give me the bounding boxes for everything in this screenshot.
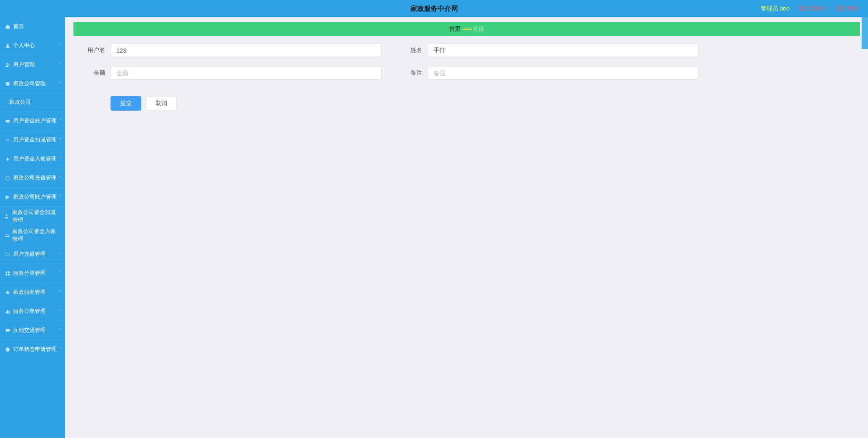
sidebar-item-user-fund-add[interactable]: 用户资金入账管理 ˅ xyxy=(0,150,65,169)
status-icon xyxy=(5,346,11,353)
svg-point-8 xyxy=(6,176,10,180)
breadcrumb-home[interactable]: 首页 xyxy=(449,25,461,33)
sidebar-item-label: 家政公司账户管理 xyxy=(13,193,57,201)
svg-rect-17 xyxy=(6,311,7,314)
admin-label: 管理员 abo xyxy=(761,5,790,13)
sidebar-item-label: 用户管理 xyxy=(13,61,35,68)
svg-rect-19 xyxy=(9,311,10,313)
name-input[interactable] xyxy=(428,44,699,57)
sidebar-item-company-fund-deduct[interactable]: 家政公司资金扣减管理 xyxy=(0,207,65,226)
sidebar-item-user-manage[interactable]: 用户管理 ˅ xyxy=(0,55,65,74)
breadcrumb: 首页 ╼╼╼ 充值 xyxy=(73,22,860,36)
home-icon xyxy=(5,24,11,30)
breadcrumb-sep-icon: ╼╼╼ xyxy=(463,26,471,33)
sidebar-item-label: 家政服务管理 xyxy=(13,288,46,296)
sidebar-item-label: 用户资金扣减管理 xyxy=(13,136,57,144)
sidebar-item-label: 家政公司充值管理 xyxy=(13,174,57,182)
svg-point-9 xyxy=(6,214,8,216)
remark-label: 备注 xyxy=(400,69,422,77)
users-icon xyxy=(5,62,11,68)
plus-icon xyxy=(5,156,11,162)
sidebar-item-label: 互动交流管理 xyxy=(13,326,46,334)
svg-rect-4 xyxy=(6,120,10,122)
sidebar-sub-company: 家政公司 xyxy=(0,93,65,112)
chevron-down-icon: ˅ xyxy=(59,309,62,314)
chevron-up-icon: ˄ xyxy=(59,81,62,86)
form-row-username: 用户名 xyxy=(82,44,381,57)
svg-rect-18 xyxy=(7,310,8,314)
form-actions: 提交 取消 xyxy=(82,96,851,111)
sidebar-sub-label: 家政公司 xyxy=(9,98,31,106)
to-front-link[interactable]: 退出到前台 xyxy=(798,5,827,13)
sidebar-item-user-recharge[interactable]: 用户充值管理 ˅ xyxy=(0,245,65,264)
chevron-down-icon: ˅ xyxy=(59,347,62,352)
sidebar-item-profile[interactable]: 个人中心 ˅ xyxy=(0,36,65,55)
sidebar-sub-item-company[interactable]: 家政公司 xyxy=(0,93,65,112)
username-label: 用户名 xyxy=(82,46,105,54)
userminus-icon xyxy=(5,213,10,219)
sidebar-item-service-category[interactable]: 服务分类管理 ˅ xyxy=(0,264,65,283)
sidebar-item-company-recharge[interactable]: 家政公司充值管理 ˅ xyxy=(0,169,65,188)
chevron-down-icon: ˅ xyxy=(59,328,62,333)
sidebar-item-label: 首页 xyxy=(13,23,24,30)
chevron-down-icon: ˅ xyxy=(59,252,62,257)
sidebar-item-label: 服务分类管理 xyxy=(13,269,46,277)
form-row-remark: 备注 xyxy=(400,66,699,80)
svg-point-2 xyxy=(8,63,10,65)
main-content: 首页 ╼╼╼ 充值 用户名 姓名 金额 备注 提交 取消 xyxy=(65,17,868,438)
svg-rect-7 xyxy=(6,159,10,160)
name-label: 姓名 xyxy=(400,46,422,54)
username-input[interactable] xyxy=(111,44,381,57)
sidebar-item-user-fund-account[interactable]: 用户资金账户管理 ˅ xyxy=(0,112,65,131)
svg-point-1 xyxy=(6,63,8,64)
svg-rect-13 xyxy=(6,271,8,273)
svg-rect-12 xyxy=(6,253,10,256)
app-title: 家政服务中介网 xyxy=(410,5,458,13)
wallet-icon xyxy=(5,118,11,124)
grid-icon xyxy=(5,270,11,277)
sidebar-item-label: 家政公司资金入账管理 xyxy=(12,228,61,243)
svg-rect-15 xyxy=(6,273,8,275)
company-icon xyxy=(5,81,11,87)
service-icon xyxy=(5,289,11,296)
sidebar-item-home[interactable]: 首页 xyxy=(0,17,65,36)
form-row-amount: 金额 xyxy=(82,66,381,80)
svg-point-21 xyxy=(6,347,10,351)
chevron-down-icon: ˅ xyxy=(59,175,62,180)
sidebar-item-company-account[interactable]: 家政公司账户管理 ˅ xyxy=(0,188,65,207)
svg-rect-11 xyxy=(5,236,10,237)
chevron-down-icon: ˅ xyxy=(59,118,62,123)
svg-point-0 xyxy=(7,44,9,46)
sidebar-item-label: 用户资金账户管理 xyxy=(13,117,57,125)
sidebar-item-label: 用户资金入账管理 xyxy=(13,155,57,163)
header-actions: 管理员 abo 退出到前台 退出登录 xyxy=(761,5,859,13)
sidebar-item-user-fund-deduct[interactable]: 用户资金扣减管理 ˅ xyxy=(0,131,65,150)
sidebar-item-order-manage[interactable]: 服务订单管理 ˅ xyxy=(0,302,65,321)
chat-icon xyxy=(5,327,11,334)
scrollbar-thumb[interactable] xyxy=(862,17,868,49)
card-icon xyxy=(5,251,11,258)
sidebar-item-label: 家政公司资金扣减管理 xyxy=(12,209,61,224)
logout-link[interactable]: 退出登录 xyxy=(835,5,859,13)
sidebar-item-company[interactable]: 家政公司管理 ˄ xyxy=(0,74,65,93)
chevron-down-icon: ˅ xyxy=(59,271,62,276)
svg-rect-16 xyxy=(8,273,10,275)
submit-button[interactable]: 提交 xyxy=(111,96,141,111)
breadcrumb-current: 充值 xyxy=(473,25,484,33)
amount-label: 金额 xyxy=(82,69,105,77)
header-bar: 家政服务中介网 管理员 abo 退出到前台 退出登录 xyxy=(0,0,868,17)
sidebar-item-service-manage[interactable]: 家政服务管理 ˅ xyxy=(0,283,65,302)
amount-input[interactable] xyxy=(111,66,381,80)
sidebar-item-label: 用户充值管理 xyxy=(13,250,46,258)
svg-rect-20 xyxy=(6,329,10,331)
sidebar: 首页 个人中心 ˅ 用户管理 ˅ 家政公司管理 ˄ 家政公司 用户资金账户管理 … xyxy=(0,17,65,438)
sidebar-item-company-fund-add[interactable]: 家政公司资金入账管理 xyxy=(0,226,65,245)
sidebar-item-label: 订单状态申请管理 xyxy=(13,346,57,353)
cancel-button[interactable]: 取消 xyxy=(146,96,177,111)
remark-input[interactable] xyxy=(428,66,699,80)
minus-icon xyxy=(5,137,11,143)
sidebar-item-order-status[interactable]: 订单状态申请管理 ˅ xyxy=(0,340,65,359)
svg-rect-5 xyxy=(6,140,10,141)
recharge-icon xyxy=(5,175,11,181)
sidebar-item-interact-manage[interactable]: 互动交流管理 ˅ xyxy=(0,321,65,340)
